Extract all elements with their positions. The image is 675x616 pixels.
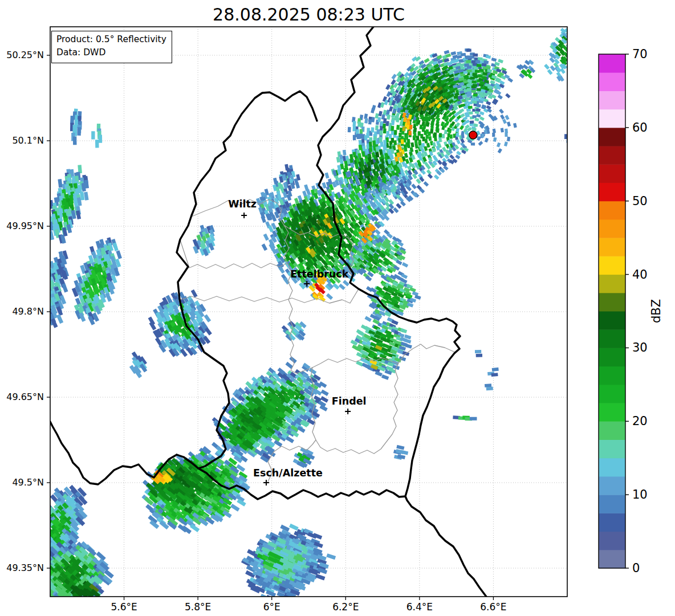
city: Esch/Alzette	[253, 467, 323, 486]
y-tick-label: 49.35°N	[6, 562, 44, 573]
product-line: Product: 0.5° Reflectivity	[56, 33, 166, 46]
y-tick-label: 49.5°N	[12, 477, 44, 488]
colorbar-tick-label: 0	[632, 561, 640, 575]
x-tick-label: 6.4°E	[406, 601, 433, 613]
city-label: Esch/Alzette	[253, 467, 323, 479]
radar-site-marker	[469, 131, 477, 139]
y-tick-label: 50.25°N	[6, 50, 44, 60]
colorbar-tick-label: 50	[632, 194, 648, 208]
x-tick-label: 6.2°E	[332, 601, 359, 613]
y-tick-label: 49.65°N	[6, 391, 44, 402]
city: Findel	[332, 395, 367, 414]
radar-figure: 28.08.2025 08:23 UTC Product: 0.5° Refle…	[0, 0, 675, 616]
colorbar-tick-label: 60	[632, 121, 648, 134]
plot-title: 28.08.2025 08:23 UTC	[50, 5, 567, 25]
x-tick-label: 6.6°E	[480, 601, 506, 613]
colorbar-unit-label: dBZ	[649, 299, 663, 323]
axis-ticks: 5.6°E5.8°E6°E6.2°E6.4°E6.6°E50.25°N50.1°…	[6, 50, 506, 613]
x-tick-label: 6°E	[263, 601, 280, 613]
city-label: Findel	[332, 395, 367, 407]
city-label: Ettelbruck	[290, 268, 349, 280]
product-info-box: Product: 0.5° Reflectivity Data: DWD	[51, 31, 172, 63]
city: Wiltz	[228, 198, 257, 218]
map-canvas: WiltzEttelbruckFindelEsch/Alzette 5.6°E5…	[0, 0, 675, 616]
colorbar-tick-label: 30	[632, 341, 648, 354]
colorbar-tick-label: 70	[632, 47, 648, 61]
y-tick-label: 49.95°N	[6, 221, 44, 231]
data-source-line: Data: DWD	[56, 46, 166, 59]
colorbar-tick-label: 10	[632, 488, 648, 501]
y-tick-label: 50.1°N	[12, 135, 44, 146]
city-label: Wiltz	[228, 198, 257, 210]
y-tick-label: 49.8°N	[12, 306, 44, 317]
x-tick-label: 5.6°E	[111, 601, 137, 613]
colorbar-tick-label: 40	[632, 268, 648, 282]
radar-reflectivity-cells	[25, 27, 578, 615]
colorbar-tick-label: 20	[632, 414, 648, 428]
colorbar: 010203040506070dBZ	[599, 47, 663, 575]
x-tick-label: 5.8°E	[185, 601, 211, 613]
